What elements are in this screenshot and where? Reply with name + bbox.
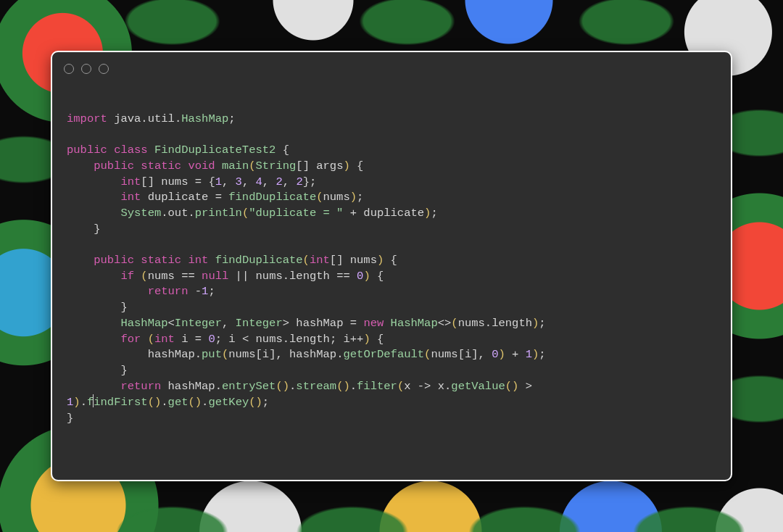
code-block[interactable]: import java.util.HashMap; public class F… bbox=[67, 112, 716, 427]
code-editor-content[interactable]: import java.util.HashMap; public class F… bbox=[67, 96, 716, 465]
window-titlebar[interactable] bbox=[52, 52, 731, 86]
code-editor-window: import java.util.HashMap; public class F… bbox=[51, 51, 732, 481]
keyword-public: public bbox=[67, 144, 107, 157]
class-name: FindDuplicateTest2 bbox=[154, 144, 276, 157]
minimize-icon[interactable] bbox=[81, 64, 91, 74]
keyword-import: import bbox=[67, 112, 107, 125]
close-icon[interactable] bbox=[64, 64, 74, 74]
method-main: main bbox=[222, 159, 249, 173]
pkg-java: java bbox=[114, 112, 141, 125]
method-findDuplicate: findDuplicate bbox=[215, 254, 303, 267]
zoom-icon[interactable] bbox=[99, 64, 109, 74]
